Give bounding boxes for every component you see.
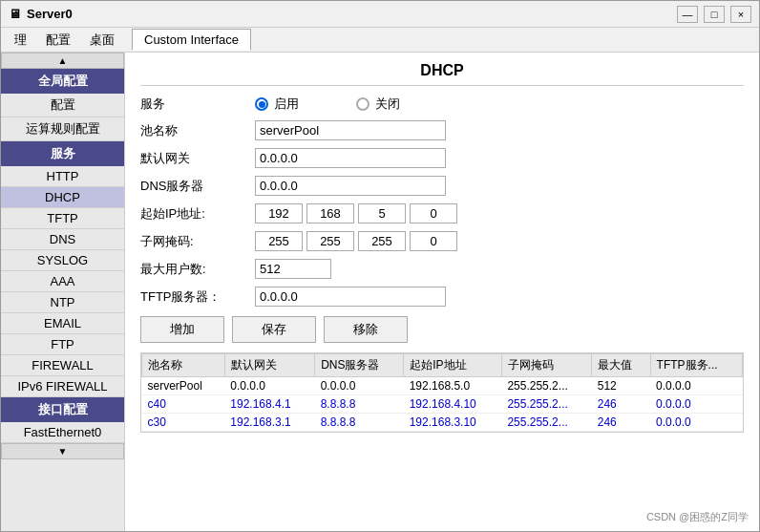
- main-content: ▲ 全局配置 配置 运算规则配置 服务 HTTP DHCP TFTP DNS S…: [1, 53, 759, 531]
- radio-off[interactable]: 关闭: [356, 96, 400, 113]
- save-button[interactable]: 保存: [232, 316, 316, 343]
- maximize-button[interactable]: □: [704, 6, 725, 23]
- subnet-2[interactable]: [306, 231, 354, 251]
- menu-item-li[interactable]: 理: [5, 30, 36, 51]
- sidebar-item-dhcp[interactable]: DHCP: [1, 187, 124, 208]
- table-cell: c30: [142, 414, 225, 432]
- button-row: 增加 保存 移除: [140, 316, 744, 343]
- start-ip-1[interactable]: [255, 203, 303, 223]
- table-row[interactable]: serverPool0.0.0.00.0.0.0192.168.5.0255.2…: [142, 377, 743, 395]
- window-title: Server0: [27, 7, 73, 21]
- sidebar-scroll-up[interactable]: ▲: [1, 53, 124, 69]
- tftp-label: TFTP服务器：: [140, 288, 255, 306]
- default-gw-label: 默认网关: [140, 150, 255, 167]
- sidebar-section-interface[interactable]: 接口配置: [1, 397, 124, 422]
- sidebar-item-rules[interactable]: 运算规则配置: [1, 117, 124, 141]
- table-row[interactable]: c40192.168.4.18.8.8.8192.168.4.10255.255…: [142, 395, 743, 414]
- start-ip-inputs: [255, 203, 457, 223]
- dns-row: DNS服务器: [140, 176, 744, 196]
- dhcp-table: 池名称 默认网关 DNS服务器 起始IP地址 子网掩码 最大值 TFTP服务..…: [141, 353, 743, 432]
- table-cell: 192.168.5.0: [404, 377, 502, 395]
- table-cell: 0.0.0.0: [650, 395, 742, 414]
- sidebar-item-peizhii[interactable]: 配置: [1, 94, 124, 117]
- pool-name-label: 池名称: [140, 122, 255, 139]
- table-row[interactable]: c30192.168.3.18.8.8.8192.168.3.10255.255…: [142, 414, 743, 432]
- table-cell: 255.255.2...: [501, 414, 591, 432]
- title-bar: 🖥 Server0 — □ ×: [1, 1, 759, 28]
- dhcp-table-container: 池名称 默认网关 DNS服务器 起始IP地址 子网掩码 最大值 TFTP服务..…: [140, 352, 744, 433]
- service-row: 服务 启用 关闭: [140, 96, 744, 113]
- col-subnet: 子网掩码: [501, 354, 591, 377]
- add-button[interactable]: 增加: [140, 316, 224, 343]
- table-cell: 0.0.0.0: [650, 377, 742, 395]
- subnet-4[interactable]: [410, 231, 457, 251]
- table-cell: 246: [592, 414, 650, 432]
- sidebar: ▲ 全局配置 配置 运算规则配置 服务 HTTP DHCP TFTP DNS S…: [1, 53, 125, 531]
- sidebar-item-firewall[interactable]: FIREWALL: [1, 355, 124, 376]
- table-cell: 246: [592, 395, 650, 414]
- table-cell: 192.168.4.10: [404, 395, 502, 414]
- minimize-button[interactable]: —: [677, 6, 698, 23]
- menu-bar: 理 配置 桌面 Custom Interface: [1, 28, 759, 53]
- table-header-row: 池名称 默认网关 DNS服务器 起始IP地址 子网掩码 最大值 TFTP服务..…: [142, 354, 743, 377]
- sidebar-item-http[interactable]: HTTP: [1, 166, 124, 187]
- radio-on-label: 启用: [274, 96, 299, 113]
- table-cell: 512: [592, 377, 650, 395]
- pool-name-input[interactable]: [255, 120, 446, 140]
- table-cell: 192.168.3.10: [404, 414, 502, 432]
- close-button[interactable]: ×: [730, 6, 751, 23]
- default-gw-input[interactable]: [255, 148, 446, 168]
- start-ip-label: 起始IP地址:: [140, 205, 255, 223]
- radio-on-dot[interactable]: [255, 97, 268, 111]
- sidebar-item-email[interactable]: EMAIL: [1, 313, 124, 334]
- tftp-input[interactable]: [255, 287, 446, 307]
- dns-input[interactable]: [255, 176, 446, 196]
- sidebar-item-tftp[interactable]: TFTP: [1, 208, 124, 229]
- radio-group: 启用 关闭: [255, 96, 744, 113]
- sidebar-item-ntp[interactable]: NTP: [1, 292, 124, 313]
- max-users-input[interactable]: [255, 259, 331, 279]
- col-max: 最大值: [592, 354, 650, 377]
- sidebar-scroll-down[interactable]: ▼: [1, 443, 124, 459]
- radio-on[interactable]: 启用: [255, 96, 299, 113]
- tftp-row: TFTP服务器：: [140, 287, 744, 307]
- table-cell: 255.255.2...: [501, 377, 591, 395]
- table-cell: 255.255.2...: [501, 395, 591, 414]
- remove-button[interactable]: 移除: [324, 316, 408, 343]
- table-cell: 8.8.8.8: [315, 414, 404, 432]
- table-cell: 8.8.8.8: [315, 395, 404, 414]
- sidebar-item-ipv6firewall[interactable]: IPv6 FIREWALL: [1, 376, 124, 397]
- custom-interface-tab[interactable]: Custom Interface: [132, 29, 251, 51]
- subnet-3[interactable]: [358, 231, 406, 251]
- server-icon: 🖥: [9, 7, 21, 21]
- sidebar-section-global[interactable]: 全局配置: [1, 69, 124, 94]
- table-cell: 0.0.0.0: [650, 414, 742, 432]
- sidebar-item-aaa[interactable]: AAA: [1, 271, 124, 292]
- dns-label: DNS服务器: [140, 178, 255, 195]
- content-panel: DHCP 服务 启用 关闭 池名称: [125, 53, 759, 531]
- menu-item-desktop[interactable]: 桌面: [80, 30, 124, 51]
- sidebar-item-dns[interactable]: DNS: [1, 229, 124, 250]
- sidebar-item-fastethernet[interactable]: FastEthernet0: [1, 422, 124, 443]
- menu-item-config[interactable]: 配置: [36, 30, 80, 51]
- sidebar-section-services[interactable]: 服务: [1, 141, 124, 166]
- table-cell: serverPool: [142, 377, 225, 395]
- start-ip-4[interactable]: [410, 203, 457, 223]
- table-cell: 192.168.4.1: [224, 395, 314, 414]
- max-users-label: 最大用户数:: [140, 261, 255, 278]
- radio-off-dot[interactable]: [356, 97, 369, 111]
- dhcp-title: DHCP: [140, 62, 744, 86]
- start-ip-3[interactable]: [358, 203, 406, 223]
- title-bar-buttons: — □ ×: [677, 6, 751, 23]
- sidebar-item-syslog[interactable]: SYSLOG: [1, 250, 124, 271]
- service-label: 服务: [140, 96, 255, 113]
- subnet-row: 子网掩码:: [140, 231, 744, 251]
- subnet-1[interactable]: [255, 231, 303, 251]
- start-ip-2[interactable]: [306, 203, 354, 223]
- col-gw: 默认网关: [224, 354, 314, 377]
- table-cell: 192.168.3.1: [224, 414, 314, 432]
- title-bar-left: 🖥 Server0: [9, 7, 73, 21]
- watermark: CSDN @困惑的Z同学: [646, 510, 749, 524]
- subnet-inputs: [255, 231, 457, 251]
- sidebar-item-ftp[interactable]: FTP: [1, 334, 124, 355]
